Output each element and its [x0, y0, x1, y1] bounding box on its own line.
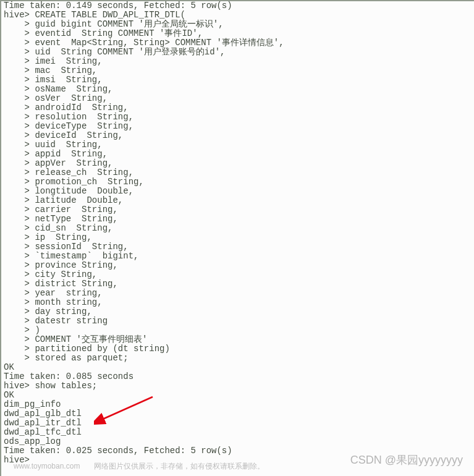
watermark-author: CSDN @果园yyyyyyyy	[350, 456, 463, 465]
terminal-output: Time taken: 0.149 seconds, Fetched: 5 ro…	[1, 1, 474, 465]
watermark-domain: www.toymoban.com	[14, 462, 80, 471]
watermark-disclaimer: 网络图片仅供展示，非存储，如有侵权请联系删除。	[94, 462, 265, 471]
